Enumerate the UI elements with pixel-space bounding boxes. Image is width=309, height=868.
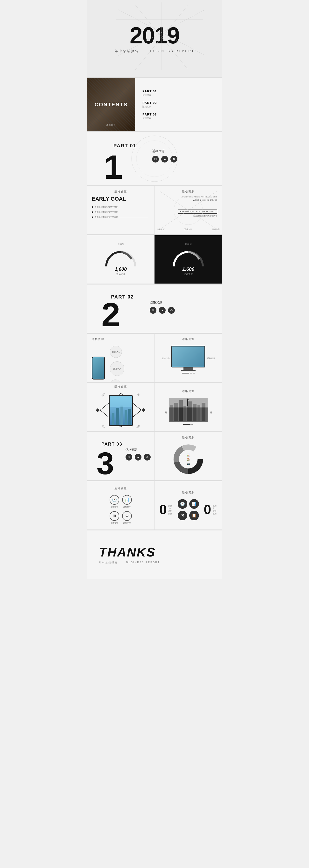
part01-label: PART 01	[113, 143, 136, 149]
col-tablet: 适格资源	[87, 383, 154, 431]
early-goal-title: EARLY GOAL	[92, 196, 149, 202]
goal-line-2: 点击此处添加相关文字内容	[92, 211, 149, 213]
part03-desc-area: 适格资源 ✉ ☁ ♻	[125, 448, 151, 461]
part01-icon-3: ♻	[170, 156, 177, 162]
col-part03: 3 PART 03 适格资源 ✉ ☁ ♻	[87, 432, 154, 480]
col-stats: 适格资源 0 数据人1 适格数据 🕐 📊 ✖ 📋	[154, 481, 222, 529]
stat-item-1: 0 数据人1 适格数据	[159, 503, 173, 516]
svg-rect-15	[112, 413, 114, 426]
goal-line-3: 点击此处添加相关文字内容	[92, 216, 149, 218]
part03-icon-2: ☁	[135, 454, 141, 461]
tablet-content: 适格 适格 适格 适格	[99, 392, 142, 429]
city-dots	[183, 424, 193, 425]
part02-icon-2: ☁	[159, 307, 166, 314]
perf-item-1: PERFORMANCE ACHIEVEMENT ●点击此处添加相关文字内容	[159, 196, 217, 202]
part01-icon-1: ✉	[152, 156, 159, 162]
svg-rect-17	[120, 406, 123, 426]
phone-circle-3: 数据人3	[110, 379, 121, 382]
slide-part02: 2 PART 02 适格资源 ✉ ☁ ♻	[87, 284, 222, 333]
early-goal-label: 适格资源	[92, 190, 149, 193]
stat-zero-1: 0	[159, 503, 167, 516]
icons-grid: 🕐 适格文字 📊 适格文字 ⊞ 适格文字 ⚙ 适格文字	[110, 495, 132, 524]
city-slide-label: 适格资源	[182, 390, 195, 393]
part03-desc: 适格资源	[125, 448, 151, 452]
icon-item-2: 📊 适格文字	[122, 495, 132, 508]
contents-subtitle: 欢迎加入	[87, 123, 135, 127]
city-image	[169, 398, 207, 422]
phone-slide-label: 适格资源	[92, 337, 104, 341]
slide-early-performance: 适格资源 EARLY GOAL 点击此处添加相关文字内容 点击此处添加相关文字内…	[87, 186, 222, 235]
tablet-slide-label: 适格资源	[114, 385, 127, 389]
contents-title: CONTENTS	[95, 101, 128, 108]
icon-item-1: 🕐 适格文字	[110, 495, 119, 508]
monitor-right-label: 适格资源	[207, 357, 215, 360]
donut-chart: 📊 🏠 📷	[169, 442, 207, 477]
stat-label-2: 数据人2	[213, 504, 217, 510]
thanks-title: THANKS	[99, 545, 156, 559]
stats-content: 0 数据人1 适格数据 🕐 📊 ✖ 📋 0 数据人2	[159, 499, 217, 520]
part02-desc: 适格资源	[150, 300, 175, 305]
gauge-light-value: 1,600	[115, 267, 127, 272]
col-early-goal: 适格资源 EARLY GOAL 点击此处添加相关文字内容 点击此处添加相关文字内…	[87, 186, 154, 235]
svg-rect-26	[184, 406, 186, 421]
gauge-dark-label: 目标值	[185, 243, 192, 246]
phone-circle-2: 数据人2	[110, 362, 124, 376]
monitor-content: 适格代码 适格资源	[162, 346, 215, 371]
goal-line-1: 点击此处添加相关文字内容	[92, 206, 149, 208]
svg-text:🏠: 🏠	[187, 458, 190, 461]
part03-icons: ✉ ☁ ♻	[125, 454, 151, 461]
performance-label: 适格资源	[159, 190, 217, 193]
slide-part01: 1 PART 01 适格资源 ✉ ☁ ♻	[87, 132, 222, 185]
part01-icons: ✉ ☁ ♻	[152, 156, 177, 162]
part03-label: PART 03	[102, 442, 122, 447]
performance-items: PERFORMANCE ACHIEVEMENT ●点击此处添加相关文字内容 PE…	[159, 196, 217, 217]
part01-desc-area: 适格资源 ✉ ☁ ♻	[152, 149, 177, 162]
svg-text:📊: 📊	[187, 453, 190, 457]
part03-icon-3: ♻	[144, 454, 151, 461]
perf-item-2: PERFORMANCE ACHIEVEMENT ●点击此处添加相关文字内容	[159, 209, 217, 217]
contents-item-2: PART 02 适范代表	[142, 101, 215, 108]
col-performance: 适格资源 PERFORMANCE ACHIEVEMENT ●点击此处添加相关文字…	[154, 186, 222, 235]
gauge-light-label: 目标值	[118, 243, 124, 246]
phone-labels: 数据人1 数据人2 数据人3	[110, 346, 124, 382]
svg-text:📷: 📷	[187, 462, 190, 465]
city-content: 适格示	[164, 398, 212, 422]
icon-item-4: ⚙ 适格文字	[122, 511, 132, 524]
part02-icons: ✉ ☁ ♻	[150, 307, 175, 314]
cover-year: 2019	[130, 24, 179, 47]
stats-left: 0 数据人1 适格数据	[159, 503, 173, 516]
slide-icons-stats: 适格资源 🕐 适格文字 📊 适格文字 ⊞ 适格文字 ⚙ 适格文字 适格资源	[87, 481, 222, 529]
stat-sublabel-2: 适格数据	[213, 510, 217, 515]
slide-cover: 2019 年中总结报告 BUSINESS REPORT	[87, 0, 222, 77]
phone-circle-1: 数据人1	[110, 346, 122, 358]
stats-right: 0 数据人2 适格数据	[204, 503, 217, 516]
phone-content: 数据人1 数据人2 数据人3	[92, 346, 124, 382]
gauge-dark: 目标值 1,600 适格资源	[154, 235, 222, 283]
gauge-light-sublabel: 适格资源	[116, 273, 125, 276]
part02-icon-1: ✉	[150, 307, 157, 314]
monitor-dots	[182, 373, 195, 373]
slide-thanks: THANKS 年中总结报告 BUSINESS REPORT	[87, 530, 222, 579]
tablet-mockup	[109, 395, 133, 426]
part01-icon-2: ☁	[161, 156, 168, 162]
stat-zero-2: 0	[204, 503, 211, 516]
part03-icon-1: ✉	[125, 454, 132, 461]
stat-label-1: 数据人1	[168, 504, 173, 510]
monitor-slide-label: 适格资源	[182, 337, 195, 341]
monitor-mockup	[171, 346, 205, 368]
part02-icon-3: ♻	[168, 307, 175, 314]
contents-right-panel: PART 01 适范代表 PART 02 适范代表 PART 03 适范代表	[135, 78, 222, 131]
col-donut: 适格资源 📊 🏠 📷	[154, 432, 222, 480]
svg-rect-16	[116, 408, 119, 426]
gauge-dark-value: 1,600	[182, 267, 194, 272]
contents-item-1: PART 01 适范代表	[142, 89, 215, 97]
phone-mockup	[92, 356, 105, 379]
gauge-light: 目标值 1,600 适格资源	[87, 235, 154, 283]
col-phone: 适格资源 数据人1 数据人2 数据人3	[87, 334, 154, 382]
slide-contents: CONTENTS 欢迎加入 PART 01 适范代表 PART 02 适范代表 …	[87, 78, 222, 131]
icon-item-3: ⊞ 适格文字	[110, 511, 119, 524]
thanks-subtitle: 年中总结报告 BUSINESS REPORT	[99, 561, 160, 564]
slide-gauge: 目标值 1,600 适格资源 目标值 1,600 适格资源	[87, 235, 222, 283]
slide-part03-donut: 3 PART 03 适格资源 ✉ ☁ ♻ 适格资源 📊 🏠 📷	[87, 432, 222, 480]
part01-desc: 适格资源	[152, 149, 177, 153]
